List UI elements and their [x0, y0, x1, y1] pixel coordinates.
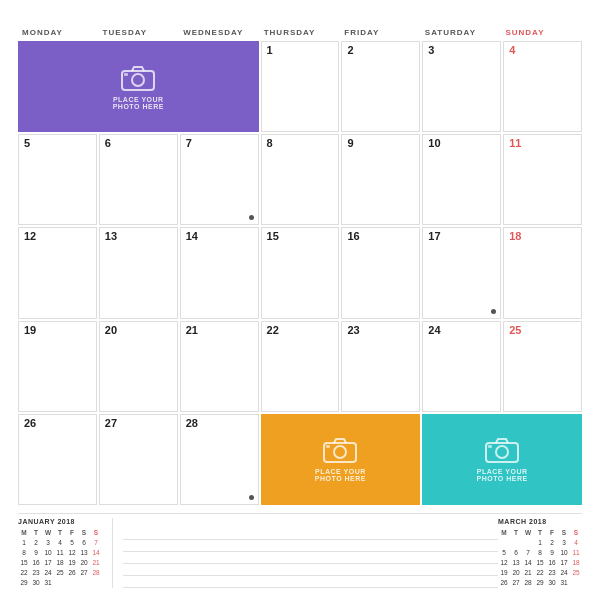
- day-cell-15: 15: [261, 227, 340, 318]
- mini-cal-grid: MTWTFSS123456789101112131415161718192021…: [18, 528, 102, 588]
- mini-cal-day: 25: [570, 568, 582, 578]
- day-number: 28: [181, 415, 258, 432]
- day-number: 4: [504, 42, 581, 59]
- day-header-saturday: SATURDAY: [421, 26, 502, 39]
- day-header-tuesday: TUESDAY: [99, 26, 180, 39]
- svg-point-1: [132, 74, 144, 86]
- mini-cal-header: S: [90, 528, 102, 538]
- mini-cal-day: 5: [498, 548, 510, 558]
- day-header-monday: MONDAY: [18, 26, 99, 39]
- mini-cal-day: 11: [570, 548, 582, 558]
- day-cell-21: 21: [180, 321, 259, 412]
- day-number: 23: [342, 322, 419, 339]
- day-cell-19: 19: [18, 321, 97, 412]
- mini-cal-day: 4: [570, 538, 582, 548]
- day-cell-10: 10: [422, 134, 501, 225]
- mini-cal-day: 26: [66, 568, 78, 578]
- mini-cal-day: 28: [522, 578, 534, 588]
- mini-cal-header: M: [498, 528, 510, 538]
- mini-cal-day: [90, 578, 102, 588]
- photo-label: PLACE YOUR PHOTO HERE: [315, 468, 366, 482]
- mini-cal-mar: MARCH 2018MTWTFSS12345678910111213141516…: [498, 518, 582, 588]
- day-cell-8: 8: [261, 134, 340, 225]
- mini-cal-day: [510, 538, 522, 548]
- camera-icon: [120, 64, 156, 92]
- day-cell-28: 28: [180, 414, 259, 505]
- week-row-1: 567891011: [18, 134, 582, 225]
- day-number: 19: [19, 322, 96, 339]
- mini-cal-day: [78, 578, 90, 588]
- mini-cal-day: 10: [558, 548, 570, 558]
- calendar-grid: MONDAYTUESDAYWEDNESDAYTHURSDAYFRIDAYSATU…: [18, 26, 582, 505]
- mini-cal-day: 17: [42, 558, 54, 568]
- day-number: 20: [100, 322, 177, 339]
- day-cell-27: 27: [99, 414, 178, 505]
- mini-cal-day: [498, 538, 510, 548]
- day-number: 25: [504, 322, 581, 339]
- mini-cal-day: 26: [498, 578, 510, 588]
- mini-cal-day: 29: [18, 578, 30, 588]
- mini-cal-day: 29: [534, 578, 546, 588]
- day-cell-9: 9: [341, 134, 420, 225]
- mini-cal-title: JANUARY 2018: [18, 518, 102, 525]
- mini-cal-day: 28: [90, 568, 102, 578]
- mini-cal-day: 8: [534, 548, 546, 558]
- day-number: 3: [423, 42, 500, 59]
- day-header-wednesday: WEDNESDAY: [179, 26, 260, 39]
- mini-cal-day: 17: [558, 558, 570, 568]
- mini-cal-header: T: [54, 528, 66, 538]
- mini-cal-day: 9: [546, 548, 558, 558]
- mini-cal-day: 19: [498, 568, 510, 578]
- mini-cal-day: 23: [546, 568, 558, 578]
- mini-cal-header: T: [510, 528, 522, 538]
- photo-label: PLACE YOUR PHOTO HERE: [113, 96, 164, 110]
- mini-cal-day: [570, 578, 582, 588]
- mini-cal-day: 16: [546, 558, 558, 568]
- svg-rect-5: [326, 445, 330, 448]
- day-number: 22: [262, 322, 339, 339]
- day-number: 14: [181, 228, 258, 245]
- day-number: 21: [181, 322, 258, 339]
- mini-cal-day: 27: [78, 568, 90, 578]
- mini-cal-day: 18: [54, 558, 66, 568]
- day-number: 27: [100, 415, 177, 432]
- photo-placeholder: PLACE YOUR PHOTO HERE: [262, 415, 420, 504]
- mini-cal-day: [522, 538, 534, 548]
- mini-cal-day: 16: [30, 558, 42, 568]
- mini-cal-day: 3: [42, 538, 54, 548]
- day-number: 6: [100, 135, 177, 152]
- photo-cell-photo-purple: PLACE YOUR PHOTO HERE: [18, 41, 259, 132]
- week-row-0: PLACE YOUR PHOTO HERE1234: [18, 41, 582, 132]
- mini-cal-day: 24: [558, 568, 570, 578]
- mini-cal-header: F: [546, 528, 558, 538]
- day-cell-3: 3: [422, 41, 501, 132]
- day-cell-17: 17: [422, 227, 501, 318]
- camera-icon: [484, 436, 520, 464]
- mini-cal-day: 9: [30, 548, 42, 558]
- svg-rect-2: [124, 73, 128, 76]
- day-cell-7: 7: [180, 134, 259, 225]
- photo-cell-photo-orange: PLACE YOUR PHOTO HERE: [261, 414, 421, 505]
- week-row-4: 262728 PLACE YOUR PHOTO HERE PLACE YOUR …: [18, 414, 582, 505]
- mini-cal-day: 20: [510, 568, 522, 578]
- weeks: PLACE YOUR PHOTO HERE1234567891011121314…: [18, 41, 582, 505]
- mini-cal-header: M: [18, 528, 30, 538]
- mini-cal-day: 22: [18, 568, 30, 578]
- day-number: 2: [342, 42, 419, 59]
- day-number: 26: [19, 415, 96, 432]
- mini-cal-day: 24: [42, 568, 54, 578]
- day-number: 9: [342, 135, 419, 152]
- mini-cal-day: 21: [90, 558, 102, 568]
- day-cell-5: 5: [18, 134, 97, 225]
- note-line: [123, 576, 498, 588]
- mini-cal-day: 30: [30, 578, 42, 588]
- mini-cal-day: [66, 578, 78, 588]
- week-row-2: 12131415161718: [18, 227, 582, 318]
- day-number: 17: [423, 228, 500, 245]
- mini-cal-header: T: [534, 528, 546, 538]
- day-number: 12: [19, 228, 96, 245]
- mini-cal-day: 20: [78, 558, 90, 568]
- mini-cal-day: 13: [510, 558, 522, 568]
- day-header-friday: FRIDAY: [340, 26, 421, 39]
- note-line: [123, 540, 498, 552]
